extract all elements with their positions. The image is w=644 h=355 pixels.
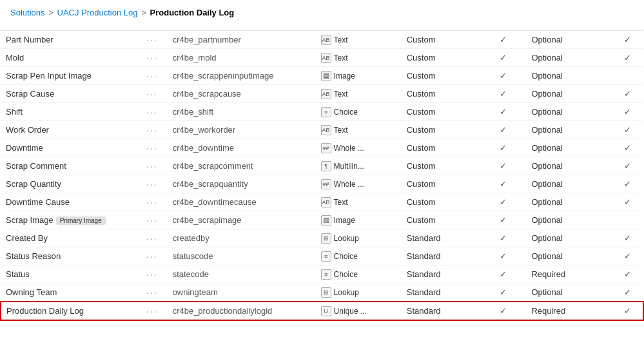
field-custom: Standard: [402, 229, 480, 247]
field-schema-name: cr4be_scrapcause: [168, 85, 316, 103]
field-required: Optional: [526, 157, 612, 175]
row-actions-dots[interactable]: ···: [141, 103, 168, 121]
field-action-check: [612, 67, 643, 85]
field-custom: Custom: [402, 103, 480, 121]
field-name: Downtime Cause: [1, 193, 141, 211]
field-custom: Custom: [402, 157, 480, 175]
field-type-icon: 🖼: [321, 215, 331, 225]
field-name-text: Scrap Pen Input Image: [6, 71, 92, 81]
field-type-icon: ##: [321, 179, 331, 189]
field-action-check: ✓: [612, 302, 643, 320]
row-actions-dots[interactable]: ···: [141, 265, 168, 283]
field-searchable-check: ✓: [480, 193, 527, 211]
col-header-type: [316, 23, 402, 31]
table-row: Scrap Pen Input Image···cr4be_scrappenin…: [1, 67, 643, 85]
field-required: Optional: [526, 49, 612, 67]
checkmark-icon: ✓: [624, 233, 631, 243]
checkmark-icon: ✓: [500, 89, 507, 99]
field-action-check: ✓: [612, 157, 643, 175]
col-header-dots: [141, 23, 168, 31]
field-type-label: Text: [334, 90, 348, 99]
row-actions-dots[interactable]: ···: [141, 247, 168, 265]
field-custom: Custom: [402, 193, 480, 211]
table-row: Scrap Cause···cr4be_scrapcauseABTextCust…: [1, 85, 643, 103]
row-actions-dots[interactable]: ···: [141, 31, 168, 49]
field-type: ≡Choice: [316, 247, 402, 265]
row-actions-dots[interactable]: ···: [141, 85, 168, 103]
field-name-text: Owning Team: [6, 287, 57, 297]
field-type-label: Text: [334, 126, 348, 135]
breadcrumb-current: Production Daily Log: [150, 8, 235, 17]
field-required: Optional: [526, 103, 612, 121]
field-name: Status: [1, 265, 141, 283]
checkmark-icon: ✓: [500, 179, 507, 189]
field-searchable-check: ✓: [480, 103, 527, 121]
field-type-icon: AB: [321, 89, 331, 99]
field-name: Shift: [1, 103, 141, 121]
row-actions-dots[interactable]: ···: [141, 139, 168, 157]
field-searchable-check: ✓: [480, 211, 527, 229]
row-actions-dots[interactable]: ···: [141, 157, 168, 175]
field-type-icon: ≡: [321, 251, 331, 262]
field-type-icon: ##: [321, 143, 331, 153]
row-actions-dots[interactable]: ···: [141, 302, 168, 320]
row-actions-dots[interactable]: ···: [141, 283, 168, 302]
field-custom: Custom: [402, 67, 480, 85]
breadcrumb-uacj[interactable]: UACJ Production Log: [57, 8, 138, 17]
field-action-check: ✓: [612, 85, 643, 103]
checkmark-icon: ✓: [500, 35, 507, 44]
field-type-label: Choice: [334, 108, 358, 117]
field-name-text: Status Reason: [6, 251, 61, 261]
field-type-label: Unique ...: [334, 307, 367, 316]
field-type-label: Lookup: [334, 234, 359, 243]
field-name-text: Part Number: [6, 35, 54, 44]
row-actions-dots[interactable]: ···: [141, 121, 168, 139]
field-required: Optional: [526, 193, 612, 211]
field-searchable-check: ✓: [480, 247, 527, 265]
row-actions-dots[interactable]: ···: [141, 49, 168, 67]
row-actions-dots[interactable]: ···: [141, 175, 168, 193]
breadcrumb: Solutions > UACJ Production Log > Produc…: [0, 0, 644, 23]
table-row: Mold···cr4be_moldABTextCustom✓Optional✓: [1, 49, 643, 67]
field-schema-name: createdby: [168, 229, 316, 247]
field-required: Optional: [526, 139, 612, 157]
fields-table: Part Number···cr4be_partnumberABTextCust…: [0, 23, 644, 321]
checkmark-icon: ✓: [624, 161, 631, 171]
row-actions-dots[interactable]: ···: [141, 229, 168, 247]
field-name: Status Reason: [1, 247, 141, 265]
field-required: Optional: [526, 283, 612, 302]
field-required: Required: [526, 265, 612, 283]
checkmark-icon: ✓: [624, 89, 631, 99]
field-name: Created By: [1, 229, 141, 247]
field-type: ##Whole ...: [316, 139, 402, 157]
primary-image-badge: Primary Image: [56, 216, 106, 225]
field-required: Optional: [526, 85, 612, 103]
field-action-check: ✓: [612, 265, 643, 283]
field-schema-name: cr4be_workorder: [168, 121, 316, 139]
field-action-check: ✓: [612, 283, 643, 302]
field-type: ABText: [316, 31, 402, 49]
row-actions-dots[interactable]: ···: [141, 67, 168, 85]
checkmark-icon: ✓: [500, 306, 507, 316]
field-custom: Standard: [402, 265, 480, 283]
field-name: Work Order: [1, 121, 141, 139]
row-actions-dots[interactable]: ···: [141, 211, 168, 229]
field-searchable-check: ✓: [480, 175, 527, 193]
field-type: ≡Choice: [316, 265, 402, 283]
field-action-check: ✓: [612, 229, 643, 247]
field-type-icon: ≡: [321, 107, 331, 117]
field-searchable-check: ✓: [480, 302, 527, 320]
field-type: ABText: [316, 193, 402, 211]
field-type-icon: ¶: [321, 161, 331, 171]
field-name: Scrap Pen Input Image: [1, 67, 141, 85]
row-actions-dots[interactable]: ···: [141, 193, 168, 211]
field-name: Mold: [1, 49, 141, 67]
breadcrumb-solutions[interactable]: Solutions: [10, 8, 44, 17]
field-schema-name: cr4be_downtimecause: [168, 193, 316, 211]
field-schema-name: cr4be_scrapcomment: [168, 157, 316, 175]
col-header-searchable: [480, 23, 527, 31]
field-name-text: Downtime Cause: [6, 197, 70, 207]
field-required: Required: [526, 302, 612, 320]
field-action-check: ✓: [612, 49, 643, 67]
field-name: Scrap Comment: [1, 157, 141, 175]
